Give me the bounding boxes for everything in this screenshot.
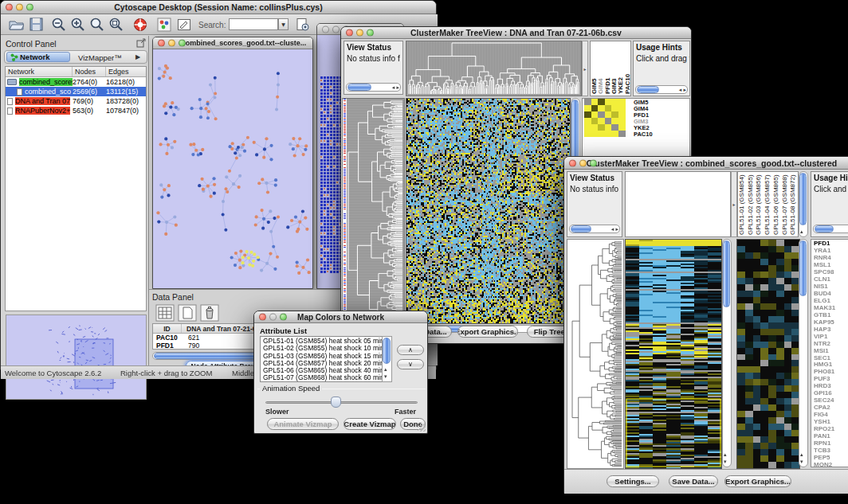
map-dialog-title-bar[interactable]: Map Colors to Network — [254, 311, 427, 323]
search-dropdown-icon[interactable]: ▼ — [278, 18, 289, 30]
float-panel-icon[interactable] — [136, 38, 146, 48]
treeview-dna-title-bar[interactable]: ClusterMaker TreeView : DNA and Tran 07-… — [341, 27, 691, 39]
search-input[interactable] — [229, 18, 278, 30]
tv2-button-0[interactable]: Settings... — [607, 475, 659, 487]
zoom-window-icon[interactable] — [280, 314, 287, 321]
minimize-icon[interactable] — [269, 314, 277, 321]
close-icon[interactable] — [158, 40, 165, 47]
help-lifesaver-icon[interactable] — [133, 18, 147, 32]
tv1-heatmap[interactable] — [406, 98, 571, 324]
tv1-column-dendrogram[interactable] — [406, 41, 582, 96]
search-options-icon[interactable] — [296, 18, 310, 32]
col-header-nodes[interactable]: Nodes — [73, 67, 106, 76]
tv2-column-label: GPL51-02 (GSM855) — [747, 172, 756, 236]
speed-slider-track[interactable] — [265, 401, 418, 404]
tv2-status-hscrollbar[interactable]: ◂ ▸ — [569, 225, 620, 233]
resize-grip[interactable] — [418, 424, 426, 432]
tv2-heatmap-vscrollbar[interactable]: ▴▾ — [722, 239, 732, 467]
treeview-combined-title-bar[interactable]: ClusterMaker TreeView : combined_scores_… — [564, 157, 848, 170]
tv1-status-hscrollbar[interactable]: ◂ ▸ — [346, 83, 401, 92]
matrix-cell — [598, 99, 605, 105]
desktop: Cytoscape Desktop (Session Name: collins… — [0, 0, 848, 504]
delete-attribute-icon[interactable] — [200, 304, 219, 322]
minimize-icon[interactable] — [168, 40, 175, 47]
tv2-button-2[interactable]: Export Graphics... — [724, 475, 791, 487]
close-icon[interactable] — [6, 4, 13, 11]
tab-vizmapper[interactable]: VizMapper™ — [78, 53, 122, 62]
tv1-row-dendrogram[interactable] — [342, 98, 405, 324]
tv1-splitter[interactable]: ▸ — [582, 41, 588, 96]
tv2-row-dendrogram[interactable] — [567, 239, 624, 469]
tv1-button-1[interactable]: Export Graphics... — [457, 326, 518, 338]
matrix-cell — [605, 131, 612, 137]
new-attribute-icon[interactable] — [178, 304, 197, 322]
animate-vizmap-button[interactable]: Animate Vizmap — [267, 418, 339, 430]
zoom-window-icon[interactable] — [367, 29, 374, 37]
close-icon[interactable] — [346, 29, 353, 37]
window-controls[interactable] — [6, 4, 33, 11]
data-col-id[interactable]: ID — [153, 324, 182, 333]
save-icon[interactable] — [29, 18, 43, 31]
tab-overflow-arrow[interactable]: ▶ — [135, 53, 140, 61]
move-up-button[interactable]: ∧ — [397, 345, 424, 355]
tv2-button-1[interactable]: Save Data... — [669, 475, 718, 487]
network-list-row[interactable]: combined_scores2764(0)16218(0) — [6, 77, 146, 87]
network-list-row[interactable]: combined_sco2569(6)13112(15) — [6, 87, 146, 96]
zoom-selected-icon[interactable] — [90, 18, 104, 32]
annotation-icon[interactable] — [177, 18, 191, 32]
network-view-title-bar[interactable]: combined_scores_good.txt--cluste... — [153, 37, 312, 49]
tv2-gene-list[interactable]: PFD1YRA1RNR4MSL1SPC98CLN1NIS1BUD4ELG1MAK… — [811, 239, 848, 467]
attribute-list-vscrollbar[interactable]: ▴▾ — [382, 336, 392, 382]
minimize-icon[interactable] — [16, 4, 23, 11]
zoom-window-icon[interactable] — [26, 4, 33, 11]
tv2-heatmap[interactable] — [625, 239, 722, 469]
tv2-usage-hints-title: Usage Hints — [811, 172, 848, 183]
tab-network[interactable]: Network — [6, 52, 70, 62]
vizmapper-icon[interactable] — [157, 18, 171, 32]
minimize-icon[interactable] — [332, 25, 340, 33]
col-header-edges[interactable]: Edges — [106, 67, 146, 76]
zoom-fit-icon[interactable] — [109, 18, 124, 32]
tv2-hints-hscrollbar[interactable] — [813, 225, 848, 233]
create-vizmap-button[interactable]: Create Vizmap — [344, 418, 396, 430]
tv2-column-label: GPL51-07 (GSM868) — [781, 172, 790, 236]
tv2-column-labels: GPL51-01 (GSM854)GPL51-02 (GSM855)GPL51-… — [737, 171, 799, 237]
zoom-in-icon[interactable] — [71, 18, 85, 32]
tv2-labels-vscrollbar[interactable]: ▴ — [799, 171, 808, 237]
status-welcome: Welcome to Cytoscape 2.6.2 — [5, 369, 101, 377]
minimize-icon[interactable] — [579, 159, 587, 166]
tv1-correlation-matrix[interactable] — [584, 99, 626, 137]
col-header-network[interactable]: Network — [6, 67, 73, 76]
network-canvas[interactable] — [153, 49, 312, 288]
network-edges: 16218(0) — [106, 78, 146, 86]
speed-slider-thumb[interactable] — [331, 397, 341, 408]
minimize-icon[interactable] — [356, 29, 363, 37]
main-title-bar[interactable]: Cytoscape Desktop (Session Name: collins… — [1, 1, 436, 14]
data-row-id: PFD1 — [153, 342, 182, 350]
close-icon[interactable] — [322, 25, 329, 33]
tv1-hints-hscrollbar[interactable]: ◂ ▸ — [635, 85, 688, 94]
open-file-icon[interactable] — [9, 18, 24, 31]
attribute-list-item[interactable]: GPL51-07 (GSM868) heat shock 60 min — [263, 374, 391, 381]
tv2-secondary-heatmap[interactable] — [736, 239, 800, 469]
tv2-secondary-vscrollbar[interactable]: ▴▾ — [799, 239, 808, 467]
matrix-cell — [591, 111, 599, 118]
zoom-out-icon[interactable] — [52, 18, 66, 32]
zoom-window-icon[interactable] — [179, 40, 186, 47]
tv2-splitter[interactable]: ▸ — [731, 171, 737, 237]
data-panel-title: Data Panel — [152, 292, 194, 302]
close-icon[interactable] — [259, 314, 266, 321]
tv1-column-label: PFD1 — [604, 41, 610, 96]
move-down-button[interactable]: ∨ — [397, 359, 424, 369]
matrix-cell — [605, 105, 612, 111]
attribute-list[interactable]: GPL51-01 (GSM854) heat shock 05 minGPL51… — [260, 336, 392, 382]
attribute-select-icon[interactable] — [155, 304, 175, 322]
network-list-row[interactable]: RNAPuberNov2+563(0)107847(0) — [6, 106, 146, 115]
zoom-window-icon[interactable] — [590, 159, 597, 166]
network-list-row[interactable]: DNA and Tran 07769(0)183728(0) — [6, 96, 146, 106]
network-table: Network Nodes Edges combined_scores2764(… — [5, 66, 147, 311]
network-overview-panel[interactable] — [6, 315, 147, 400]
matrix-cell — [605, 111, 612, 118]
matrix-cell — [605, 124, 612, 131]
close-icon[interactable] — [569, 159, 576, 166]
